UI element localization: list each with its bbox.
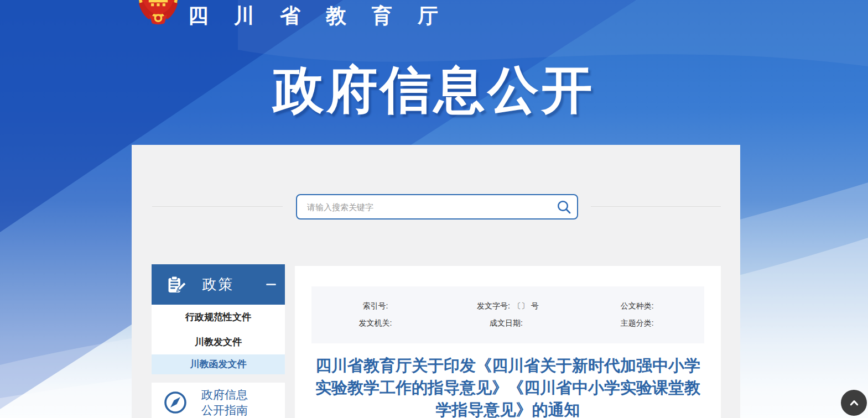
search-button[interactable] <box>550 195 577 218</box>
china-national-emblem-icon <box>134 0 182 27</box>
meta-document-number: 发文字号:〔〕 号 <box>443 301 574 311</box>
sidebar-item-chuanjiaohanfa-docs[interactable]: 川教函发文件 <box>152 354 285 374</box>
search-divider-right <box>591 206 721 207</box>
sidebar-policy-title: 政策 <box>152 264 285 305</box>
search-divider-left <box>152 206 283 207</box>
site-name: 四川省教育厅 <box>188 2 464 30</box>
meta-date-of-writing: 成文日期: <box>443 318 574 328</box>
document-card: 索引号: 发文字号:〔〕 号 公文种类: 发文机关: 成文日期: 主题分类: 四… <box>295 266 721 418</box>
sidebar-section-disclosure-guide[interactable]: 政府信息 公开指南 <box>152 383 285 418</box>
meta-issuing-authority: 发文机关: <box>311 318 443 328</box>
sidebar: 政策 行政规范性文件 川教发文件 川教函发文件 政府信息 公开指南 <box>152 264 285 418</box>
back-to-top-button[interactable] <box>841 390 867 416</box>
sidebar-item-chuanjiaofa-docs[interactable]: 川教发文件 <box>152 330 285 354</box>
sidebar-guide-label: 政府信息 公开指南 <box>201 387 248 418</box>
minus-icon[interactable] <box>266 284 276 285</box>
content-panel: 政策 行政规范性文件 川教发文件 川教函发文件 政府信息 公开指南 索 <box>132 145 740 418</box>
guide-label-line2: 公开指南 <box>201 404 248 416</box>
chevron-up-icon <box>847 396 861 410</box>
search-input[interactable] <box>297 195 550 218</box>
meta-index-number: 索引号: <box>311 301 443 311</box>
sidebar-policy-items: 行政规范性文件 川教发文件 川教函发文件 <box>152 305 285 374</box>
search-box <box>296 194 578 220</box>
document-meta-table: 索引号: 发文字号:〔〕 号 公文种类: 发文机关: 成文日期: 主题分类: <box>311 286 704 343</box>
compass-icon <box>163 390 188 415</box>
guide-label-line1: 政府信息 <box>201 388 248 401</box>
sidebar-section-policy[interactable]: 政策 <box>152 264 285 305</box>
sidebar-item-administrative-normative-docs[interactable]: 行政规范性文件 <box>152 305 285 330</box>
document-title: 四川省教育厅关于印发《四川省关于新时代加强中小学实验教学工作的指导意见》《四川省… <box>315 354 701 418</box>
meta-document-type: 公文种类: <box>573 301 704 311</box>
page-title: 政府信息公开 <box>0 56 868 124</box>
search-icon <box>557 200 571 215</box>
meta-subject-category: 主题分类: <box>573 318 704 328</box>
